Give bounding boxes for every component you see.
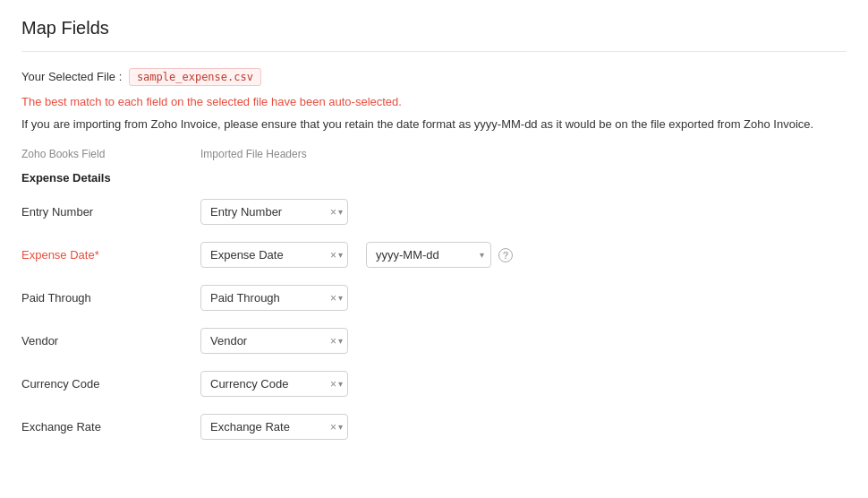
select-wrapper-entry_number: Entry Number×▾ <box>200 199 348 225</box>
field-mapping-section: Zoho Books Field Imported File Headers E… <box>21 148 847 442</box>
select-exchange_rate[interactable]: Exchange Rate <box>200 414 348 440</box>
select-entry_number[interactable]: Entry Number <box>200 199 348 225</box>
select-paid_through[interactable]: Paid Through <box>200 285 348 311</box>
field-row: Currency CodeCurrency Code×▾ <box>21 369 847 399</box>
clear-icon-paid_through[interactable]: × <box>330 292 336 305</box>
select-vendor[interactable]: Vendor <box>200 328 348 354</box>
select-wrapper-paid_through: Paid Through×▾ <box>200 285 348 311</box>
field-row: Paid ThroughPaid Through×▾ <box>21 283 847 313</box>
field-row: VendorVendor×▾ <box>21 326 847 356</box>
field-label-exchange_rate: Exchange Rate <box>21 420 200 434</box>
col-header-zoho: Zoho Books Field <box>21 148 200 160</box>
page-container: Map Fields Your Selected File : sample_e… <box>0 0 868 473</box>
clear-icon-expense_date[interactable]: × <box>330 249 336 262</box>
import-note: If you are importing from Zoho Invoice, … <box>21 116 847 133</box>
field-label-currency_code: Currency Code <box>21 377 200 391</box>
field-label-entry_number: Entry Number <box>21 205 200 219</box>
field-label-expense_date: Expense Date* <box>21 248 200 262</box>
field-row: Expense Date*Expense Date×▾yyyy-MM-ddMM/… <box>21 240 847 270</box>
section-label: Expense Details <box>21 171 847 185</box>
clear-icon-vendor[interactable]: × <box>330 335 336 348</box>
clear-icon-exchange_rate[interactable]: × <box>330 421 336 434</box>
date-format-help-icon[interactable]: ? <box>498 248 513 262</box>
col-header-imported: Imported File Headers <box>200 148 307 160</box>
select-wrapper-currency_code: Currency Code×▾ <box>200 371 348 397</box>
field-row: Entry NumberEntry Number×▾ <box>21 197 847 228</box>
date-format-select[interactable]: yyyy-MM-ddMM/dd/yyyydd/MM/yyyyMM-dd-yyyy <box>366 242 491 268</box>
file-name-badge: sample_expense.csv <box>129 68 261 86</box>
selected-file-row: Your Selected File : sample_expense.csv <box>21 68 847 86</box>
column-headers: Zoho Books Field Imported File Headers <box>21 148 847 164</box>
select-expense_date[interactable]: Expense Date <box>200 242 348 268</box>
fields-container: Entry NumberEntry Number×▾Expense Date*E… <box>21 197 847 442</box>
date-format-wrapper: yyyy-MM-ddMM/dd/yyyydd/MM/yyyyMM-dd-yyyy… <box>357 242 491 268</box>
page-title: Map Fields <box>21 18 847 52</box>
selected-file-label: Your Selected File : <box>21 70 122 83</box>
clear-icon-entry_number[interactable]: × <box>330 206 336 219</box>
field-row: Exchange RateExchange Rate×▾ <box>21 412 847 442</box>
select-wrapper-vendor: Vendor×▾ <box>200 328 348 354</box>
select-currency_code[interactable]: Currency Code <box>200 371 348 397</box>
auto-selected-text: The best match to each field on the sele… <box>21 95 847 108</box>
clear-icon-currency_code[interactable]: × <box>330 378 336 391</box>
info-section: Your Selected File : sample_expense.csv … <box>21 68 847 133</box>
select-wrapper-exchange_rate: Exchange Rate×▾ <box>200 414 348 440</box>
field-label-paid_through: Paid Through <box>21 291 200 305</box>
select-wrapper-expense_date: Expense Date×▾ <box>200 242 348 268</box>
field-label-vendor: Vendor <box>21 334 200 348</box>
